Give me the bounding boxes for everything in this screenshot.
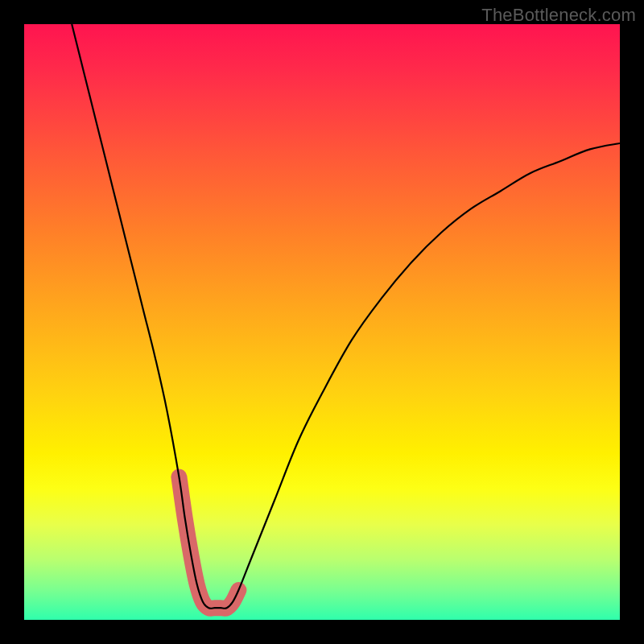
chart-svg	[24, 24, 620, 620]
chart-curve	[72, 24, 620, 609]
watermark-text: TheBottleneck.com	[481, 5, 636, 26]
chart-plot-area	[24, 24, 620, 620]
chart-highlight-band	[179, 477, 238, 608]
